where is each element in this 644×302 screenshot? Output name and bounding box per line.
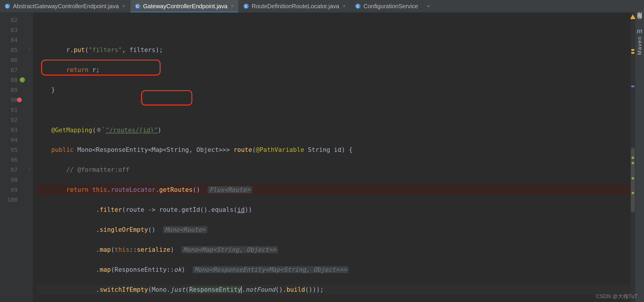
- tab-label: AbstractGatewayControllerEndpoint.java: [13, 3, 119, 10]
- gutter-line: 93: [0, 125, 33, 135]
- gutter-line: 97⌃: [0, 165, 33, 175]
- inlay-type-hint: Mono<Route>: [163, 226, 207, 233]
- tool-window-database[interactable]: 数据库: [636, 14, 643, 23]
- database-icon: [637, 14, 642, 20]
- warning-icon[interactable]: [630, 14, 635, 19]
- tool-label: Maven: [637, 36, 643, 55]
- inlay-type-hint: Mono<Map<String, Object>>: [181, 246, 278, 253]
- tool-window-maven[interactable]: m Maven: [637, 27, 643, 55]
- gutter-line: 85⌃: [0, 45, 33, 55]
- class-icon: C: [5, 4, 10, 9]
- gutter-line: 88⌄: [0, 75, 33, 85]
- right-tool-strip: 数据库 m Maven: [635, 13, 644, 302]
- gutter-line: 82: [0, 15, 33, 25]
- svg-point-1: [638, 15, 641, 16]
- editor-tab-3[interactable]: C RouteDefinitionRouteLocator.java ×: [239, 0, 351, 12]
- overview-mark[interactable]: [631, 85, 634, 87]
- web-mapping-icon[interactable]: ˅: [96, 125, 106, 135]
- gutter-line: 94: [0, 135, 33, 145]
- gutter-line: 96: [0, 155, 33, 165]
- gutter-line: 100: [0, 195, 33, 205]
- scrollbar-thumb[interactable]: [631, 148, 635, 212]
- gutter-line: 91: [0, 105, 33, 115]
- class-icon: C: [135, 4, 140, 9]
- tab-label: ConfigurationService: [363, 3, 418, 10]
- overview-mark[interactable]: [631, 49, 634, 51]
- gutter-line: 84: [0, 35, 33, 45]
- gutter-line: 98: [0, 175, 33, 185]
- tool-label: 数据库: [636, 21, 643, 23]
- class-icon: C: [355, 4, 361, 9]
- class-icon: C: [243, 4, 249, 9]
- gutter-line: 83: [0, 25, 33, 35]
- editor-tab-bar: C AbstractGatewayControllerEndpoint.java…: [0, 0, 644, 13]
- inlay-type-hint: Mono<ResponseEntity<Map<String, Object>>…: [193, 266, 348, 273]
- gutter-line: 87: [0, 65, 33, 75]
- close-icon[interactable]: ×: [342, 4, 346, 9]
- fold-up-icon[interactable]: ⌃: [27, 48, 32, 52]
- overview-ruler[interactable]: [631, 13, 635, 302]
- editor-tab-4[interactable]: C ConfigurationService: [351, 0, 423, 12]
- maven-icon: m: [637, 27, 643, 35]
- inlay-type-hint: Flux<Route>: [208, 186, 252, 193]
- gutter-line: 90: [0, 95, 33, 105]
- editor-area: 82 83 84 85⌃ 86 87 88⌄ 89 90 91 92 93 94…: [0, 13, 644, 302]
- editor-tab-2[interactable]: C GatewayControllerEndpoint.java ×: [130, 0, 239, 12]
- editor-tab-1[interactable]: C AbstractGatewayControllerEndpoint.java…: [0, 0, 130, 12]
- gutter-line: 92: [0, 115, 33, 125]
- tab-label: GatewayControllerEndpoint.java: [143, 3, 228, 10]
- gutter-line: 99: [0, 185, 33, 195]
- breakpoint-icon[interactable]: [17, 98, 22, 102]
- overview-mark[interactable]: [631, 52, 634, 54]
- fold-down-icon[interactable]: ⌄: [27, 78, 32, 82]
- gutter-line: 86: [0, 55, 33, 65]
- close-icon[interactable]: ×: [122, 4, 126, 9]
- gutter-line: 95: [0, 145, 33, 155]
- fold-up-icon[interactable]: ⌃: [27, 167, 32, 172]
- tab-label: RouteDefinitionRouteLocator.java: [252, 3, 339, 10]
- watermark-text: CSDN @大槐TuT: [596, 293, 638, 300]
- gutter-line: 89: [0, 85, 33, 95]
- code-editor[interactable]: r.put("filters", filters); return r; } @…: [33, 13, 631, 302]
- tab-overflow-button[interactable]: [423, 0, 434, 12]
- gutter[interactable]: 82 83 84 85⌃ 86 87 88⌄ 89 90 91 92 93 94…: [0, 13, 33, 302]
- spring-bean-icon[interactable]: [19, 77, 25, 83]
- close-icon[interactable]: ×: [230, 4, 234, 9]
